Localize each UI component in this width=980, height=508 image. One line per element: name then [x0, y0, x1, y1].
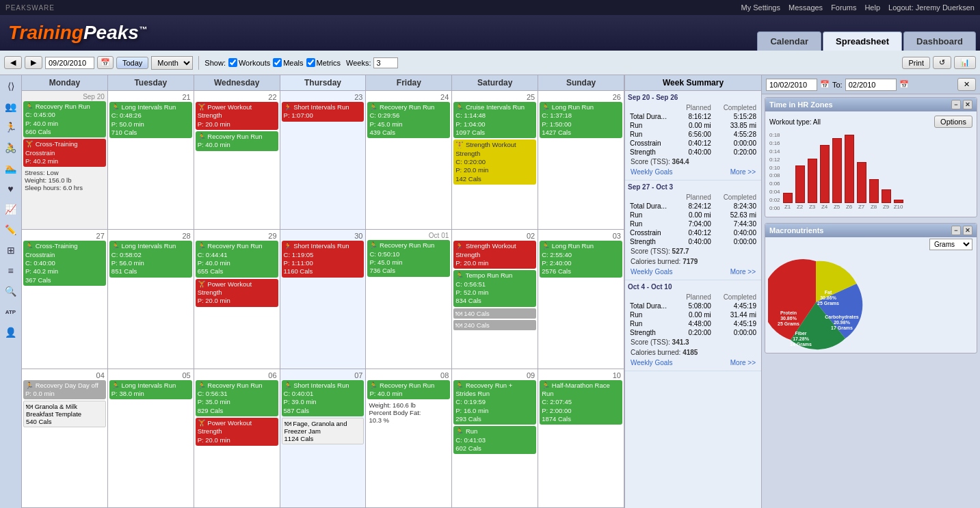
nutrition-granola[interactable]: 🍽 Granola & Milk Breakfast Template540 C…: [23, 401, 106, 427]
workout-short-intervals[interactable]: 🏃 Short Intervals RunP: 1:07:00: [282, 102, 365, 122]
weekly-goals-link2[interactable]: Weekly Goals: [631, 268, 673, 276]
workout-recovery-run2[interactable]: 🏃 Recovery Run RunP: 40.0 min: [196, 131, 278, 151]
calendar-icon-btn[interactable]: 📅: [97, 56, 114, 69]
cal-cell-21[interactable]: 21 🏃 Long Intervals RunC: 0:48:26P: 50.0…: [108, 91, 194, 229]
cal-cell-09[interactable]: 09 🏃 Recovery Run + Strides RunC: 0:19:5…: [452, 369, 538, 507]
cal-cell-26[interactable]: 26 🏃 Long Run RunC: 1:37:18P: 1:50:00142…: [538, 91, 624, 229]
cal-cell-05[interactable]: 05 🏃 Long Intervals RunP: 38.0 min: [108, 369, 194, 507]
sidebar-icon-edit[interactable]: ✏️: [3, 222, 19, 238]
print-btn[interactable]: Print: [902, 57, 930, 69]
refresh-btn[interactable]: ↺: [933, 56, 951, 69]
cal-cell-28[interactable]: 28 🏃 Long Intervals RunC: 0:58:02P: 56.0…: [108, 230, 194, 368]
cal-cell-30[interactable]: 30 🏃 Short Intervals RunC: 1:19:05P: 1:1…: [280, 230, 367, 368]
view-select[interactable]: Month Week Day: [151, 56, 193, 70]
metrics-check[interactable]: Metrics: [306, 58, 341, 67]
right-from-date[interactable]: [766, 79, 817, 91]
macro-minimize-btn[interactable]: −: [951, 226, 961, 235]
workout-crosstraining2[interactable]: 🏃 Cross-Training CrosstrainC: 0:40:00P: …: [23, 241, 106, 286]
cal-cell-sep20[interactable]: Sep 20 🏃 Recovery Run RunC: 0:45:00P: 40…: [22, 91, 108, 229]
nutrition-fage[interactable]: 🍽 Fage, Granola and Freezer Jam1124 Cals: [282, 418, 365, 444]
workout-crosstraining[interactable]: 🏋 Cross-Training CrosstrainP: 40.2 min: [23, 139, 106, 167]
cal-cell-06[interactable]: 06 🏃 Recovery Run RunC: 0:56:31P: 35.0 m…: [194, 369, 280, 507]
sidebar-icon-person[interactable]: 👤: [3, 324, 19, 340]
messages-link[interactable]: Messages: [789, 3, 823, 12]
cal-cell-10[interactable]: 10 🏃 Half-Marathon Race RunC: 2:07:45P: …: [538, 369, 624, 507]
sidebar-icon-search[interactable]: 🔍: [3, 283, 19, 299]
workout-recovery-run6[interactable]: 🏃 Recovery Run RunC: 0:56:31P: 35.0 min8…: [196, 380, 278, 416]
tab-spreadsheet-visible[interactable]: Spreadsheet: [823, 31, 902, 51]
workout-power3[interactable]: 🏋 Power Workout StrengthP: 20.0 min: [196, 418, 278, 446]
tab-dashboard[interactable]: Dashboard: [903, 31, 976, 51]
sidebar-icon-chart[interactable]: 📈: [3, 201, 19, 217]
forums-link[interactable]: Forums: [831, 3, 856, 12]
cal-cell-29[interactable]: 29 🏃 Recovery Run RunC: 0:44:41P: 40.0 m…: [194, 230, 280, 368]
grams-select[interactable]: Grams Calories Percent: [929, 239, 972, 250]
workout-recovery-day[interactable]: 🏃 Recovery Day Day offP: 0.0 min: [23, 380, 106, 400]
sidebar-icon-run[interactable]: 🏃: [3, 119, 19, 135]
more-link2[interactable]: More >>: [730, 268, 756, 276]
workout-recovery-run5[interactable]: 🏃 Recovery Run RunC: 0:50:10P: 45.0 min7…: [367, 240, 450, 276]
workout-long-run[interactable]: 🏃 Long Run RunC: 1:37:18P: 1:50:001427 C…: [540, 102, 622, 138]
sidebar-icon-nav[interactable]: ⟨⟩: [3, 78, 19, 94]
workout-long-run2[interactable]: 🏃 Long Run RunC: 2:55:40P: 2:40:002576 C…: [540, 241, 622, 277]
cal-cell-04[interactable]: 04 🏃 Recovery Day Day offP: 0.0 min 🍽 Gr…: [22, 369, 108, 507]
nav-next-btn[interactable]: ▶: [25, 56, 42, 69]
weekly-goals-link1[interactable]: Weekly Goals: [631, 168, 673, 176]
workout-power[interactable]: 🏋 Power Workout StrengthP: 20.0 min: [196, 102, 278, 130]
sidebar-icon-list[interactable]: ≡: [3, 263, 19, 279]
hr-minimize-btn[interactable]: −: [951, 100, 961, 109]
right-to-date[interactable]: [845, 79, 897, 91]
hr-options-btn[interactable]: Options: [934, 116, 972, 128]
sidebar-icon-bike[interactable]: 🚴: [3, 139, 19, 156]
weekly-goals-link3[interactable]: Weekly Goals: [631, 359, 673, 366]
workouts-check[interactable]: Workouts: [228, 58, 270, 67]
nav-prev-btn[interactable]: ◀: [4, 56, 22, 69]
weeks-input[interactable]: [373, 57, 398, 68]
help-link[interactable]: Help: [864, 3, 880, 12]
workout-short-intervals3[interactable]: 🏃 Short Intervals RunC: 0:40:01P: 39.0 m…: [282, 380, 365, 416]
cal-cell-27[interactable]: 27 🏃 Cross-Training CrosstrainC: 0:40:00…: [22, 230, 108, 368]
right-calendar-icon2[interactable]: 📅: [899, 80, 909, 89]
cals-140[interactable]: 🍽 140 Cals: [453, 308, 536, 319]
workout-strength[interactable]: 🏋 Strength Workout StrengthC: 0:20:00P: …: [453, 139, 536, 185]
tab-calendar[interactable]: Calendar: [757, 31, 821, 51]
workout-cruise-intervals[interactable]: 🏃 Cruise Intervals RunC: 1:14:48P: 1:04:…: [453, 102, 536, 138]
sidebar-icon-people[interactable]: 👥: [3, 98, 19, 115]
workout-long-intervals[interactable]: 🏃 Long Intervals RunC: 0:48:26P: 50.0 mi…: [109, 102, 192, 138]
cal-cell-08[interactable]: 08 🏃 Recovery Run RunP: 40.0 min Weight:…: [366, 369, 452, 507]
cal-cell-22[interactable]: 22 🏋 Power Workout StrengthP: 20.0 min 🏃…: [194, 91, 280, 229]
workout-power2[interactable]: 🏋 Power Workout StrengthP: 20.0 min: [196, 279, 278, 307]
more-link3[interactable]: More >>: [730, 359, 756, 366]
user-link[interactable]: Jeremy Duerksen: [916, 3, 975, 12]
close-panel-btn[interactable]: ✕: [957, 78, 976, 91]
workout-tempo-run[interactable]: 🏃 Tempo Run RunC: 0:56:51P: 52.0 min834 …: [453, 270, 536, 306]
cal-cell-24[interactable]: 24 🏃 Recovery Run RunC: 0:29:56P: 45.0 m…: [366, 91, 452, 229]
workout-recovery-run4[interactable]: 🏃 Recovery Run RunC: 0:44:41P: 40.0 min6…: [196, 241, 278, 277]
cal-cell-23[interactable]: 23 🏃 Short Intervals RunP: 1:07:00: [280, 91, 367, 229]
settings-link[interactable]: My Settings: [741, 3, 780, 12]
workout-half-marathon[interactable]: 🏃 Half-Marathon Race RunC: 2:07:45P: 2:0…: [540, 380, 622, 425]
cal-cell-03[interactable]: 03 🏃 Long Run RunC: 2:55:40P: 2:40:00257…: [538, 230, 624, 368]
workout-long-intervals2[interactable]: 🏃 Long Intervals RunC: 0:58:02P: 56.0 mi…: [109, 241, 192, 277]
workout-recovery-run7[interactable]: 🏃 Recovery Run RunP: 40.0 min: [367, 380, 450, 400]
hr-close-btn[interactable]: ✕: [963, 100, 972, 109]
cal-cell-02[interactable]: 02 🏃 Strength Workout StrengthP: 20.0 mi…: [452, 230, 538, 368]
right-calendar-icon[interactable]: 📅: [820, 80, 830, 89]
chart-btn[interactable]: 📊: [954, 56, 976, 69]
sidebar-icon-grid[interactable]: ⊞: [3, 242, 19, 258]
sidebar-icon-atp[interactable]: ATP: [3, 304, 19, 320]
sidebar-icon-heart[interactable]: ♥: [3, 181, 19, 197]
workout-recovery-run[interactable]: 🏃 Recovery Run RunC: 0:45:00P: 40.0 min6…: [23, 101, 106, 137]
workout-recovery-strides[interactable]: 🏃 Recovery Run + Strides RunC: 0:19:59P:…: [453, 380, 536, 425]
date-input[interactable]: [45, 57, 94, 69]
macro-close-btn[interactable]: ✕: [963, 226, 972, 235]
more-link1[interactable]: More >>: [730, 168, 756, 176]
workout-short-intervals2[interactable]: 🏃 Short Intervals RunC: 1:19:05P: 1:11:0…: [282, 241, 365, 277]
meals-check[interactable]: Meals: [273, 58, 303, 67]
workout-recovery-run3[interactable]: 🏃 Recovery Run RunC: 0:29:56P: 45.0 min4…: [367, 102, 450, 138]
sidebar-icon-swim[interactable]: 🏊: [3, 160, 19, 176]
workout-strength2[interactable]: 🏃 Strength Workout StrengthP: 20.0 min: [453, 241, 536, 269]
workout-run[interactable]: 🏃 RunC: 0:41:03602 Cals: [453, 426, 536, 454]
cal-cell-oct01[interactable]: Oct 01 🏃 Recovery Run RunC: 0:50:10P: 45…: [366, 230, 452, 368]
cal-cell-25[interactable]: 25 🏃 Cruise Intervals RunC: 1:14:48P: 1:…: [452, 91, 538, 229]
